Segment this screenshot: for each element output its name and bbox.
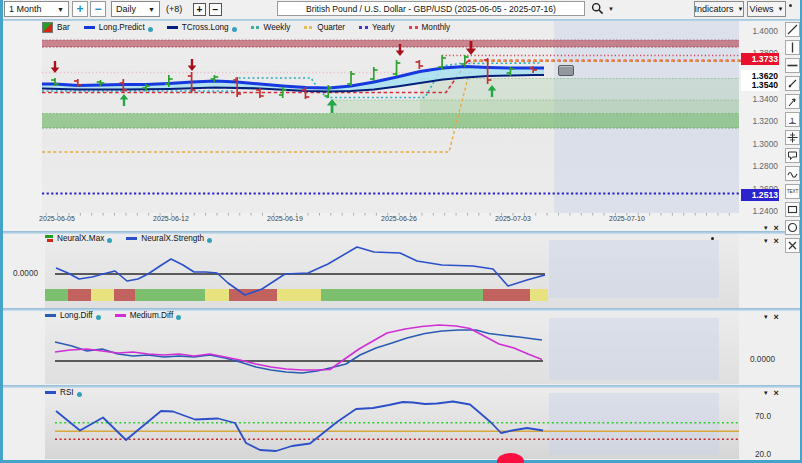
icon-shape	[787, 78, 798, 89]
price-label: 1.3400	[742, 94, 778, 104]
price-note-handle[interactable]	[558, 65, 574, 76]
legend-label: NeuralX.Max	[57, 234, 104, 243]
chevron-down-icon: ▼	[738, 6, 744, 12]
period-select[interactable]: 1 Month ▼	[4, 1, 69, 17]
legend-label: Medium.Diff	[130, 311, 174, 320]
crosshair-tool[interactable]	[785, 130, 800, 145]
symbol-input-value: British Pound / U.S. Dollar - GBP/USD (2…	[306, 4, 556, 14]
chevron-down-icon: ▼	[777, 6, 783, 12]
close-pane-button[interactable]: ×	[774, 388, 779, 398]
collapse-pane-button[interactable]: ▾	[764, 389, 768, 397]
main-future-area	[554, 21, 739, 213]
legend-label: Long.Predict	[99, 23, 145, 32]
line-swatch-icon	[84, 26, 95, 29]
add-bars-button[interactable]: +	[193, 3, 206, 16]
icon-shape	[787, 204, 798, 215]
chevron-down-icon: ▼	[148, 6, 155, 13]
fib-tool[interactable]: 1	[785, 112, 800, 127]
symbol-input[interactable]: British Pound / U.S. Dollar - GBP/USD (2…	[277, 1, 585, 16]
neuralx-pane-controls: ▾ ×	[764, 236, 779, 246]
views-button-label: Views	[750, 4, 774, 14]
price-label: 1.2800	[742, 161, 778, 171]
search-control[interactable]: ▼	[591, 2, 614, 15]
info-dot-icon	[176, 315, 181, 320]
legend-item-monthly[interactable]: Monthly	[409, 23, 451, 32]
collapse-pane-button[interactable]: ▾	[764, 237, 768, 245]
price-label: 1.3000	[742, 139, 778, 149]
legend-item-neuralx-max[interactable]: NeuralX.Max	[45, 234, 112, 243]
zoom-out-button[interactable]: −	[90, 1, 106, 17]
icon-shape	[599, 10, 603, 14]
chevron-down-icon: ▼	[57, 6, 64, 13]
close-pane-button[interactable]: ×	[774, 236, 779, 246]
legend-item-rsi[interactable]: RSI	[45, 388, 82, 397]
rsi-lower-label: 20.0	[755, 450, 771, 459]
info-dot-icon	[232, 27, 237, 32]
callout-tool[interactable]	[785, 148, 800, 163]
rectangle-tool[interactable]	[785, 202, 800, 217]
x-axis-label: 2025-07-03	[495, 215, 531, 222]
close-pane-button[interactable]: ×	[774, 223, 779, 233]
icon-shape	[787, 168, 798, 179]
delete-tool[interactable]	[785, 238, 800, 253]
interval-select[interactable]: Daily ▼	[111, 1, 160, 17]
vertical-line-tool[interactable]	[785, 40, 800, 55]
legend-item-medium-diff[interactable]: Medium.Diff	[115, 311, 182, 320]
icon-shape	[787, 222, 798, 233]
price-badge: 1.2513	[741, 189, 779, 201]
plus-icon: +	[76, 3, 83, 15]
x-axis-label: 2025-07-10	[609, 215, 645, 222]
legend-label: Long.Diff	[60, 311, 93, 320]
neuralx-future-area	[549, 240, 719, 298]
legend-label: RSI	[60, 388, 74, 397]
icon-shape	[787, 60, 798, 71]
indicators-button[interactable]: Indicators ▼	[694, 1, 744, 17]
remove-bars-button[interactable]: −	[209, 3, 222, 16]
icon-shape	[789, 152, 797, 160]
plus-icon: +	[197, 5, 203, 15]
flag-tool[interactable]	[785, 94, 800, 109]
trend-line-tool[interactable]	[785, 22, 800, 37]
x-axis-label: 2025-06-26	[381, 215, 417, 222]
legend-label: Quarter	[317, 23, 345, 32]
legend-label: NeuralX.Strength	[141, 234, 204, 243]
dotted-swatch-icon	[409, 26, 418, 28]
icon-shape	[788, 173, 797, 178]
ray-tool[interactable]	[785, 76, 800, 91]
info-dot-icon	[148, 27, 153, 32]
legend-item-quarter[interactable]: Quarter	[304, 23, 345, 32]
legend-item-long-predict[interactable]: Long.Predict	[84, 23, 153, 32]
interval-select-value: Daily	[116, 4, 136, 14]
wave-tool[interactable]	[785, 166, 800, 181]
indicators-button-label: Indicators	[695, 4, 734, 14]
neuralx-zero-label: 0.0000	[6, 269, 38, 278]
minus-icon: −	[213, 5, 219, 15]
close-pane-button[interactable]: ×	[774, 312, 779, 322]
diff-zero-label: 0.0000	[750, 355, 775, 364]
legend-item-long-diff[interactable]: Long.Diff	[45, 311, 101, 320]
zoom-in-button[interactable]: +	[72, 1, 88, 17]
views-button[interactable]: Views ▼	[747, 1, 786, 17]
ellipse-tool[interactable]	[785, 220, 800, 235]
legend-label: Yearly	[372, 23, 394, 32]
legend-item-tcross-long[interactable]: TCross.Long	[167, 23, 237, 32]
collapse-pane-button[interactable]: ▾	[764, 224, 768, 232]
collapse-pane-button[interactable]: ▾	[764, 313, 768, 321]
price-label: 1.4000	[742, 26, 778, 36]
price-badge: 1.3733	[741, 53, 779, 65]
main-pane-controls: ▾ ×	[764, 223, 779, 233]
legend-item-yearly[interactable]: Yearly	[359, 23, 394, 32]
legend-item-bar[interactable]: Bar	[42, 22, 70, 33]
horizontal-line-tool[interactable]	[785, 58, 800, 73]
neuralx-legend: NeuralX.MaxNeuralX.Strength	[45, 234, 226, 243]
legend-label: TCross.Long	[182, 23, 229, 32]
text-tool[interactable]: TEXT	[785, 184, 800, 199]
icon-shape	[789, 224, 797, 232]
legend-item-weekly[interactable]: Weekly	[251, 23, 291, 32]
x-axis-label: 2025-06-19	[267, 215, 303, 222]
dotted-swatch-icon	[359, 26, 368, 28]
legend-item-neuralx-strength[interactable]: NeuralX.Strength	[126, 234, 212, 243]
chevron-down-icon: ▼	[608, 6, 614, 12]
icon-shape	[788, 25, 797, 34]
info-dot-icon	[107, 238, 112, 243]
